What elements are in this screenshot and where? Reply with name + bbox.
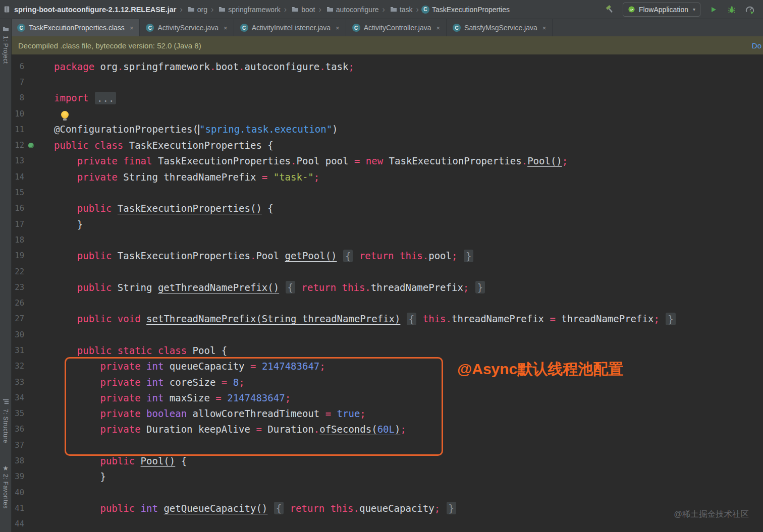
code-token: class — [158, 345, 187, 356]
code-line[interactable]: 11 @ConfigurationProperties("spring.task… — [11, 122, 763, 137]
line-number[interactable]: 41 — [11, 504, 24, 513]
code-line[interactable]: 10 — [11, 106, 763, 122]
line-number[interactable]: 36 — [11, 425, 24, 434]
code-line[interactable]: 30 — [11, 327, 763, 342]
line-number[interactable]: 39 — [11, 472, 24, 481]
line-number[interactable]: 40 — [11, 488, 24, 497]
tab-close-icon[interactable]: × — [130, 24, 134, 32]
breadcrumb-segment[interactable]: › springframework — [207, 6, 281, 14]
tab-close-icon[interactable]: × — [436, 24, 440, 32]
line-number[interactable]: 8 — [11, 93, 24, 102]
code-line[interactable]: 13 private final TaskExecutionProperties… — [11, 153, 763, 169]
fold-placeholder[interactable]: { — [343, 250, 353, 262]
code-line[interactable]: 22 — [11, 264, 763, 279]
editor-tab[interactable]: C TaskExecutionProperties.class × — [11, 19, 140, 36]
code-line[interactable]: 37 — [11, 437, 763, 453]
line-number[interactable]: 26 — [11, 299, 24, 308]
line-number[interactable]: 6 — [11, 62, 24, 71]
editor-tab[interactable]: C ActivityInviteListener.java × — [234, 19, 346, 36]
profiler-icon[interactable] — [745, 5, 755, 15]
fold-placeholder[interactable]: } — [475, 281, 485, 293]
fold-placeholder[interactable]: } — [464, 250, 473, 262]
code-line[interactable]: 31 public static class Pool { — [11, 342, 763, 358]
line-number[interactable]: 30 — [11, 330, 24, 339]
breadcrumb-segment[interactable]: › org — [176, 6, 207, 14]
banner-link[interactable]: Do — [752, 41, 761, 50]
editor-tab[interactable]: C ActivityService.java × — [140, 19, 234, 36]
code-line[interactable]: 32 private int queueCapacity = 214748364… — [11, 359, 763, 374]
line-number[interactable]: 37 — [11, 441, 24, 450]
line-number[interactable]: 31 — [11, 346, 24, 355]
tool-stripe-structure[interactable]: 7: Structure — [0, 398, 11, 443]
fold-placeholder[interactable]: { — [407, 313, 416, 325]
code-line[interactable]: 41 public int getQueueCapacity() { retur… — [11, 500, 763, 516]
tab-close-icon[interactable]: × — [542, 24, 547, 32]
code-line[interactable]: 17 } — [11, 216, 763, 232]
line-number[interactable]: 35 — [11, 409, 24, 418]
editor-tab[interactable]: C ActivityController.java × — [346, 19, 447, 36]
code-line[interactable]: 33 private int coreSize = 8; — [11, 374, 763, 390]
code-line[interactable]: 27 public void setThreadNamePrefix(Strin… — [11, 311, 763, 327]
line-number[interactable]: 32 — [11, 362, 24, 371]
breadcrumb-jar-name[interactable]: spring-boot-autoconfigure-2.1.12.RELEASE… — [14, 6, 176, 14]
fold-placeholder[interactable]: { — [274, 502, 284, 514]
line-number[interactable]: 44 — [11, 519, 24, 528]
debug-bug-icon[interactable] — [727, 5, 737, 15]
code-line[interactable]: 26 — [11, 295, 763, 311]
line-number[interactable]: 19 — [11, 251, 24, 260]
code-line[interactable]: 15 — [11, 185, 763, 200]
line-number[interactable]: 11 — [11, 125, 24, 134]
fold-placeholder[interactable]: } — [666, 313, 675, 325]
line-number[interactable]: 38 — [11, 456, 24, 465]
line-number[interactable]: 12 — [11, 141, 24, 150]
code-line[interactable]: 38 public Pool() { — [11, 453, 763, 468]
class-icon: C — [17, 24, 25, 32]
code-line[interactable]: 12 public class TaskExecutionProperties … — [11, 137, 763, 153]
fold-placeholder[interactable]: { — [286, 281, 295, 293]
code-line[interactable]: 35 private boolean allowCoreThreadTimeou… — [11, 406, 763, 422]
code-line[interactable]: 14 private String threadNamePrefix = "ta… — [11, 169, 763, 185]
tab-close-icon[interactable]: × — [336, 24, 340, 32]
line-number[interactable]: 27 — [11, 314, 24, 323]
code-line[interactable]: 8 import ... — [11, 90, 763, 106]
line-number[interactable]: 22 — [11, 267, 24, 276]
line-number[interactable]: 10 — [11, 109, 24, 119]
line-number[interactable]: 16 — [11, 204, 24, 213]
line-number[interactable]: 15 — [11, 188, 24, 197]
code-line[interactable]: 44 — [11, 516, 763, 532]
run-configuration-selector[interactable]: FlowApplication ▾ — [623, 3, 700, 17]
line-number[interactable]: 18 — [11, 235, 24, 245]
build-hammer-icon[interactable] — [605, 5, 615, 15]
code-line[interactable]: 6 package org.springframework.boot.autoc… — [11, 58, 763, 74]
code-line[interactable]: 19 public TaskExecutionProperties.Pool g… — [11, 248, 763, 264]
tab-close-icon[interactable]: × — [224, 24, 228, 32]
code-editor[interactable]: 6 package org.springframework.boot.autoc… — [11, 54, 763, 532]
code-line[interactable]: 7 — [11, 74, 763, 90]
line-number[interactable]: 13 — [11, 156, 24, 165]
code-line[interactable]: 36 private Duration keepAlive = Duration… — [11, 422, 763, 437]
breadcrumb-segment[interactable]: › boot — [281, 6, 315, 14]
code-line[interactable]: 16 public TaskExecutionProperties() { — [11, 201, 763, 216]
fold-placeholder[interactable]: } — [447, 502, 456, 514]
line-number[interactable]: 33 — [11, 378, 24, 387]
run-button[interactable] — [708, 5, 719, 15]
line-number[interactable]: 17 — [11, 220, 24, 229]
spring-bean-icon[interactable] — [24, 143, 37, 148]
tool-stripe-favorites[interactable]: ★ 2: Favorites — [0, 465, 11, 509]
code-line[interactable]: 18 — [11, 232, 763, 248]
code-line[interactable]: 34 private int maxSize = 2147483647; — [11, 390, 763, 405]
editor-tab[interactable]: C SatisfyMsgService.java × — [447, 19, 553, 36]
code-line[interactable]: 23 public String getThreadNamePrefix() {… — [11, 279, 763, 295]
tool-stripe-project[interactable]: 1: Project — [0, 26, 11, 64]
fold-placeholder[interactable]: ... — [95, 92, 116, 104]
intention-bulb-icon[interactable] — [61, 111, 69, 119]
line-number[interactable]: 7 — [11, 78, 24, 87]
code-line[interactable]: 40 — [11, 485, 763, 500]
line-number[interactable]: 23 — [11, 283, 24, 292]
line-number[interactable]: 34 — [11, 393, 24, 402]
line-number[interactable]: 14 — [11, 172, 24, 182]
breadcrumb-segment[interactable]: › task — [379, 6, 413, 14]
code-line[interactable]: 39 } — [11, 469, 763, 485]
breadcrumb-class-name[interactable]: TaskExecutionProperties — [432, 6, 510, 14]
breadcrumb-segment[interactable]: › autoconfigure — [315, 6, 378, 14]
